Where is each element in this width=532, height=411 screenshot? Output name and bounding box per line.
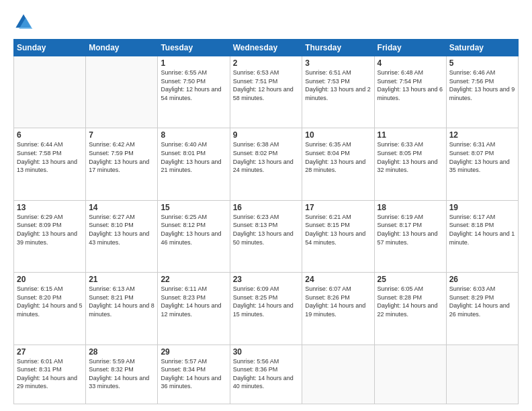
day-number: 18	[378, 203, 443, 212]
calendar-cell: 9Sunrise: 6:38 AM Sunset: 8:02 PM Daylig…	[230, 128, 302, 200]
day-detail: Sunrise: 6:31 AM Sunset: 8:07 PM Dayligh…	[449, 140, 515, 174]
calendar-week-1: 6Sunrise: 6:44 AM Sunset: 7:58 PM Daylig…	[14, 128, 519, 200]
day-detail: Sunrise: 6:40 AM Sunset: 8:01 PM Dayligh…	[161, 140, 226, 174]
calendar-cell: 17Sunrise: 6:21 AM Sunset: 8:15 PM Dayli…	[302, 200, 374, 272]
logo	[13, 12, 36, 32]
day-number: 3	[305, 58, 371, 68]
day-detail: Sunrise: 6:03 AM Sunset: 8:29 PM Dayligh…	[449, 285, 515, 318]
calendar-cell: 1Sunrise: 6:55 AM Sunset: 7:50 PM Daylig…	[158, 56, 230, 128]
day-number: 23	[233, 275, 300, 284]
day-detail: Sunrise: 6:01 AM Sunset: 8:31 PM Dayligh…	[17, 357, 83, 391]
calendar-cell: 14Sunrise: 6:27 AM Sunset: 8:10 PM Dayli…	[86, 200, 158, 272]
day-detail: Sunrise: 6:33 AM Sunset: 8:05 PM Dayligh…	[378, 140, 443, 174]
calendar: SundayMondayTuesdayWednesdayThursdayFrid…	[13, 39, 519, 404]
calendar-cell: 26Sunrise: 6:03 AM Sunset: 8:29 PM Dayli…	[446, 273, 518, 345]
calendar-cell: 11Sunrise: 6:33 AM Sunset: 8:05 PM Dayli…	[374, 128, 446, 200]
day-number: 25	[378, 275, 443, 284]
calendar-cell: 13Sunrise: 6:29 AM Sunset: 8:09 PM Dayli…	[14, 200, 86, 272]
day-number: 17	[305, 203, 371, 212]
day-number: 13	[17, 203, 83, 212]
day-detail: Sunrise: 6:38 AM Sunset: 8:02 PM Dayligh…	[233, 140, 300, 174]
day-number: 8	[161, 130, 226, 140]
calendar-header-friday: Friday	[374, 40, 446, 56]
calendar-week-2: 13Sunrise: 6:29 AM Sunset: 8:09 PM Dayli…	[14, 200, 519, 272]
day-number: 11	[378, 130, 443, 140]
calendar-header-tuesday: Tuesday	[158, 40, 230, 56]
day-detail: Sunrise: 6:11 AM Sunset: 8:23 PM Dayligh…	[161, 285, 226, 318]
day-detail: Sunrise: 5:56 AM Sunset: 8:36 PM Dayligh…	[233, 357, 300, 391]
day-number: 2	[233, 58, 300, 68]
calendar-cell	[14, 56, 86, 128]
calendar-cell: 7Sunrise: 6:42 AM Sunset: 7:59 PM Daylig…	[86, 128, 158, 200]
day-number: 20	[17, 275, 83, 284]
day-number: 12	[449, 130, 515, 140]
day-number: 27	[17, 347, 83, 357]
day-number: 6	[17, 130, 83, 140]
day-number: 9	[233, 130, 300, 140]
calendar-cell: 20Sunrise: 6:15 AM Sunset: 8:20 PM Dayli…	[14, 273, 86, 345]
day-number: 26	[449, 275, 515, 284]
day-detail: Sunrise: 6:23 AM Sunset: 8:13 PM Dayligh…	[233, 213, 300, 246]
day-detail: Sunrise: 6:29 AM Sunset: 8:09 PM Dayligh…	[17, 213, 83, 246]
day-number: 22	[161, 275, 226, 284]
day-detail: Sunrise: 6:46 AM Sunset: 7:56 PM Dayligh…	[449, 68, 515, 102]
calendar-cell: 8Sunrise: 6:40 AM Sunset: 8:01 PM Daylig…	[158, 128, 230, 200]
day-detail: Sunrise: 6:27 AM Sunset: 8:10 PM Dayligh…	[89, 213, 154, 246]
day-number: 30	[233, 347, 300, 357]
day-detail: Sunrise: 6:07 AM Sunset: 8:26 PM Dayligh…	[305, 285, 371, 318]
day-detail: Sunrise: 6:25 AM Sunset: 8:12 PM Dayligh…	[161, 213, 226, 246]
calendar-header-wednesday: Wednesday	[230, 40, 302, 56]
day-detail: Sunrise: 6:05 AM Sunset: 8:28 PM Dayligh…	[378, 285, 443, 318]
day-detail: Sunrise: 6:55 AM Sunset: 7:50 PM Dayligh…	[161, 68, 226, 102]
day-number: 21	[89, 275, 154, 284]
day-number: 15	[161, 203, 226, 212]
day-detail: Sunrise: 6:21 AM Sunset: 8:15 PM Dayligh…	[305, 213, 371, 246]
calendar-cell: 30Sunrise: 5:56 AM Sunset: 8:36 PM Dayli…	[230, 345, 302, 404]
calendar-cell: 19Sunrise: 6:17 AM Sunset: 8:18 PM Dayli…	[446, 200, 518, 272]
calendar-cell: 2Sunrise: 6:53 AM Sunset: 7:51 PM Daylig…	[230, 56, 302, 128]
calendar-cell: 15Sunrise: 6:25 AM Sunset: 8:12 PM Dayli…	[158, 200, 230, 272]
day-detail: Sunrise: 6:53 AM Sunset: 7:51 PM Dayligh…	[233, 68, 300, 102]
day-detail: Sunrise: 6:42 AM Sunset: 7:59 PM Dayligh…	[89, 140, 154, 174]
calendar-cell: 27Sunrise: 6:01 AM Sunset: 8:31 PM Dayli…	[14, 345, 86, 404]
day-detail: Sunrise: 5:59 AM Sunset: 8:32 PM Dayligh…	[89, 357, 154, 391]
day-detail: Sunrise: 6:35 AM Sunset: 8:04 PM Dayligh…	[305, 140, 371, 174]
day-number: 4	[378, 58, 443, 68]
header	[13, 12, 519, 32]
calendar-cell: 5Sunrise: 6:46 AM Sunset: 7:56 PM Daylig…	[446, 56, 518, 128]
day-detail: Sunrise: 6:17 AM Sunset: 8:18 PM Dayligh…	[449, 213, 515, 246]
calendar-cell: 28Sunrise: 5:59 AM Sunset: 8:32 PM Dayli…	[86, 345, 158, 404]
page: SundayMondayTuesdayWednesdayThursdayFrid…	[0, 0, 532, 411]
day-number: 16	[233, 203, 300, 212]
day-detail: Sunrise: 6:09 AM Sunset: 8:25 PM Dayligh…	[233, 285, 300, 318]
calendar-cell: 24Sunrise: 6:07 AM Sunset: 8:26 PM Dayli…	[302, 273, 374, 345]
calendar-header-row: SundayMondayTuesdayWednesdayThursdayFrid…	[14, 40, 519, 56]
calendar-cell: 4Sunrise: 6:48 AM Sunset: 7:54 PM Daylig…	[374, 56, 446, 128]
day-detail: Sunrise: 6:48 AM Sunset: 7:54 PM Dayligh…	[378, 68, 443, 102]
day-detail: Sunrise: 6:15 AM Sunset: 8:20 PM Dayligh…	[17, 285, 83, 318]
calendar-header-sunday: Sunday	[14, 40, 86, 56]
day-number: 7	[89, 130, 154, 140]
day-number: 24	[305, 275, 371, 284]
calendar-header-monday: Monday	[86, 40, 158, 56]
day-detail: Sunrise: 6:44 AM Sunset: 7:58 PM Dayligh…	[17, 140, 83, 174]
calendar-week-4: 27Sunrise: 6:01 AM Sunset: 8:31 PM Dayli…	[14, 345, 519, 404]
calendar-cell: 10Sunrise: 6:35 AM Sunset: 8:04 PM Dayli…	[302, 128, 374, 200]
calendar-cell: 22Sunrise: 6:11 AM Sunset: 8:23 PM Dayli…	[158, 273, 230, 345]
calendar-cell: 23Sunrise: 6:09 AM Sunset: 8:25 PM Dayli…	[230, 273, 302, 345]
calendar-cell: 18Sunrise: 6:19 AM Sunset: 8:17 PM Dayli…	[374, 200, 446, 272]
day-number: 14	[89, 203, 154, 212]
calendar-header-saturday: Saturday	[446, 40, 518, 56]
day-detail: Sunrise: 6:51 AM Sunset: 7:53 PM Dayligh…	[305, 68, 371, 102]
calendar-week-0: 1Sunrise: 6:55 AM Sunset: 7:50 PM Daylig…	[14, 56, 519, 128]
calendar-week-3: 20Sunrise: 6:15 AM Sunset: 8:20 PM Dayli…	[14, 273, 519, 345]
logo-icon	[13, 12, 34, 32]
day-number: 5	[449, 58, 515, 68]
day-number: 28	[89, 347, 154, 357]
calendar-cell: 29Sunrise: 5:57 AM Sunset: 8:34 PM Dayli…	[158, 345, 230, 404]
calendar-cell: 12Sunrise: 6:31 AM Sunset: 8:07 PM Dayli…	[446, 128, 518, 200]
day-number: 19	[449, 203, 515, 212]
day-number: 29	[161, 347, 226, 357]
calendar-header-thursday: Thursday	[302, 40, 374, 56]
calendar-cell	[302, 345, 374, 404]
